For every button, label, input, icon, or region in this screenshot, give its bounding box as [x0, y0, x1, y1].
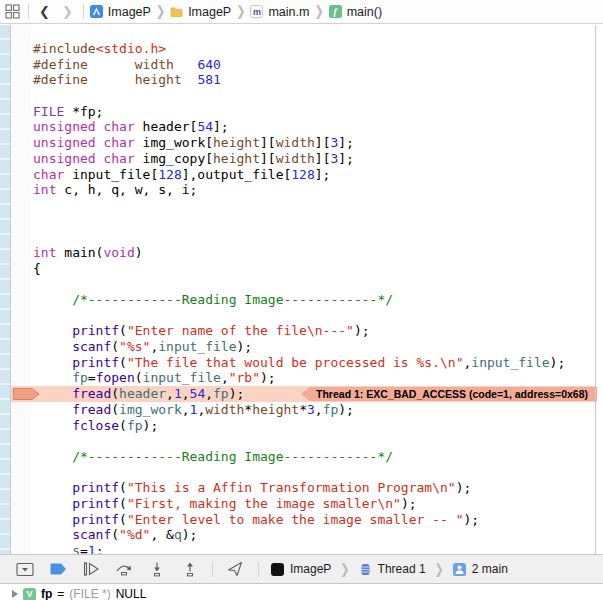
breakpoints-toggle-icon[interactable] [45, 557, 71, 581]
code-token: char [103, 135, 134, 150]
code-line[interactable] [11, 214, 597, 230]
code-token: 581 [197, 72, 220, 87]
forward-icon[interactable]: ❯ [56, 1, 79, 23]
code-token [88, 72, 135, 87]
code-token: int [33, 182, 56, 197]
code-token: , [205, 386, 213, 401]
code-line[interactable] [11, 465, 597, 481]
code-token: "This is a Affin Transformation Program\… [127, 480, 456, 495]
related-items-icon[interactable] [0, 1, 24, 23]
code-line[interactable]: printf("The file that would be processed… [11, 355, 597, 371]
code-line[interactable]: unsigned char img_work[height][width][3]… [11, 135, 597, 151]
code-line[interactable]: fread(header,1,54,fp);Thread 1: EXC_BAD_… [11, 386, 597, 402]
debug-process-label[interactable]: ImageP [290, 562, 331, 576]
hide-debug-area-icon[interactable] [12, 557, 38, 581]
disclosure-triangle-icon[interactable] [12, 590, 18, 598]
code-line[interactable]: FILE *fp; [11, 104, 597, 120]
code-editor[interactable]: #include<stdio.h>#define width 640#defin… [0, 25, 603, 554]
code-token: , [221, 370, 229, 385]
variable-type: (FILE *) [69, 587, 110, 600]
code-line[interactable]: char input_file[128],output_file[128]; [11, 167, 597, 183]
code-line[interactable] [11, 88, 597, 104]
code-token: , [166, 386, 174, 401]
step-over-icon[interactable] [111, 557, 137, 581]
code-line[interactable]: /*------------Reading Image------------*… [11, 292, 597, 308]
breadcrumb-label: ImageP [188, 5, 231, 19]
breadcrumb-label: main() [347, 5, 382, 19]
code-line[interactable] [11, 198, 597, 214]
code-token: ][ [260, 135, 276, 150]
code-token: ( [119, 355, 127, 370]
divider [212, 562, 213, 577]
code-line[interactable]: fclose(fp); [11, 418, 597, 434]
code-line[interactable]: int c, h, q, w, s, i; [11, 182, 597, 198]
code-line[interactable]: #define height 581 [11, 72, 597, 88]
code-line[interactable]: scanf("%s",input_file); [11, 339, 597, 355]
step-into-icon[interactable] [144, 557, 170, 581]
continue-icon[interactable] [78, 557, 104, 581]
code-token: fread [72, 402, 111, 417]
code-token: char [103, 151, 134, 166]
code-token: ); [229, 386, 245, 401]
code-token: "Enter name of the file\n---" [127, 323, 354, 338]
chevron-separator-icon: ❯ [311, 3, 326, 19]
code-token [88, 57, 135, 72]
code-line[interactable]: s=1; [11, 543, 597, 554]
code-token: main( [56, 245, 103, 260]
code-token: char [33, 167, 64, 182]
code-line[interactable] [11, 308, 597, 324]
code-token: input_file [158, 339, 236, 354]
code-token: /*------------Reading Image------------*… [72, 449, 393, 464]
code-token: c, h, q, w, s, i; [56, 182, 197, 197]
breadcrumb-group[interactable]: ImageP [168, 5, 233, 19]
code-line[interactable] [11, 229, 597, 245]
code-line[interactable]: printf("Enter level to make the image sm… [11, 512, 597, 528]
code-token: ); [143, 418, 159, 433]
code-token: int [33, 245, 56, 260]
code-line[interactable]: fread(img_work,1,width*height*3,fp); [11, 402, 597, 418]
code-line[interactable]: printf("First, making the image smaller\… [11, 496, 597, 512]
simulate-location-icon[interactable] [222, 557, 248, 581]
code-token: unsigned [33, 135, 96, 150]
breadcrumb-function[interactable]: f main() [327, 5, 384, 19]
code-token: height [252, 402, 299, 417]
code-token: fread [72, 386, 111, 401]
code-line[interactable]: unsigned char img_copy[height][width][3]… [11, 151, 597, 167]
code-token: ) [135, 245, 143, 260]
variable-row[interactable]: V fp = (FILE *) NULL [0, 584, 603, 600]
code-line[interactable] [11, 276, 597, 292]
chevron-separator-icon: ❯ [153, 3, 168, 19]
back-icon[interactable]: ❮ [33, 1, 56, 23]
code-token: #define [33, 72, 88, 87]
code-token: ]; [315, 167, 331, 182]
code-token: ); [550, 355, 566, 370]
code-line[interactable]: #define width 640 [11, 57, 597, 73]
code-line[interactable] [11, 433, 597, 449]
code-line[interactable]: #include<stdio.h> [11, 41, 597, 57]
code-token: "%s" [119, 339, 150, 354]
error-badge[interactable]: Thread 1: EXC_BAD_ACCESS (code=1, addres… [301, 387, 597, 402]
code-token: *fp; [64, 104, 103, 119]
code-line[interactable]: scanf("%d", &q); [11, 527, 597, 543]
code-line[interactable]: printf("This is a Affin Transformation P… [11, 480, 597, 496]
code-token: , [315, 402, 323, 417]
breadcrumb-file[interactable]: m main.m [248, 5, 311, 19]
code-line[interactable]: fp=fopen(input_file,"rb"); [11, 370, 597, 386]
jump-bar: ❮ ❯ ImageP ❯ ImageP ❯ m main.m ❯ f main(… [0, 0, 603, 24]
debug-thread-label[interactable]: Thread 1 [378, 562, 426, 576]
code-line[interactable]: /*------------Reading Image------------*… [11, 449, 597, 465]
code-token: ( [119, 323, 127, 338]
step-out-icon[interactable] [177, 557, 203, 581]
code-line[interactable]: int main(void) [11, 245, 597, 261]
code-token [33, 543, 72, 554]
code-token: ( [119, 496, 127, 511]
code-line[interactable]: printf("Enter name of the file\n---"); [11, 323, 597, 339]
code-line[interactable]: { [11, 261, 597, 277]
instruction-pointer-icon[interactable] [13, 388, 40, 400]
debug-frame-label[interactable]: 2 main [472, 562, 508, 576]
code-token: printf [72, 480, 119, 495]
variables-view: V fp = (FILE *) NULL [0, 584, 603, 600]
code-token: <stdio.h> [96, 41, 166, 56]
code-line[interactable]: unsigned char header[54]; [11, 119, 597, 135]
breadcrumb-project[interactable]: ImageP [88, 5, 153, 19]
